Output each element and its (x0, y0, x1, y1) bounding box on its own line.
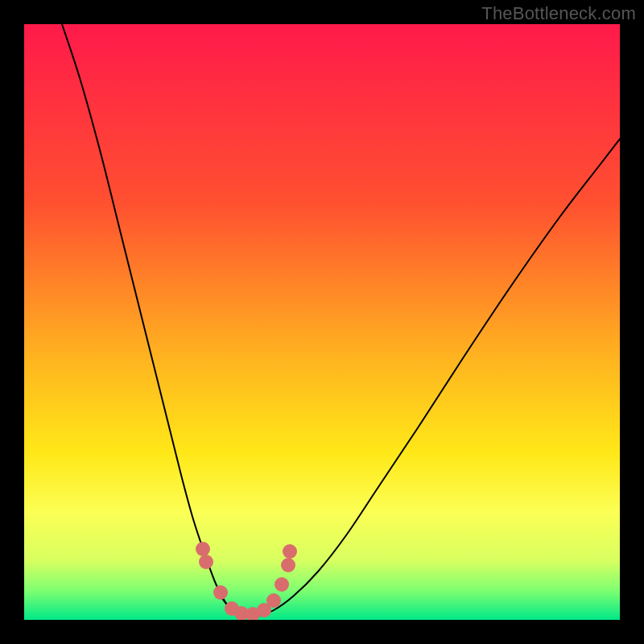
plot-area (24, 24, 620, 620)
watermark-text: TheBottleneck.com (481, 3, 636, 24)
chart-svg (24, 24, 620, 620)
gradient-background (24, 24, 620, 620)
data-dot (266, 593, 281, 608)
data-dot (275, 577, 289, 592)
chart-frame: TheBottleneck.com (0, 0, 644, 644)
data-dot (281, 558, 295, 572)
data-dot (196, 542, 210, 556)
data-dot (199, 555, 213, 569)
data-dot (283, 544, 297, 559)
data-dot (213, 585, 228, 600)
